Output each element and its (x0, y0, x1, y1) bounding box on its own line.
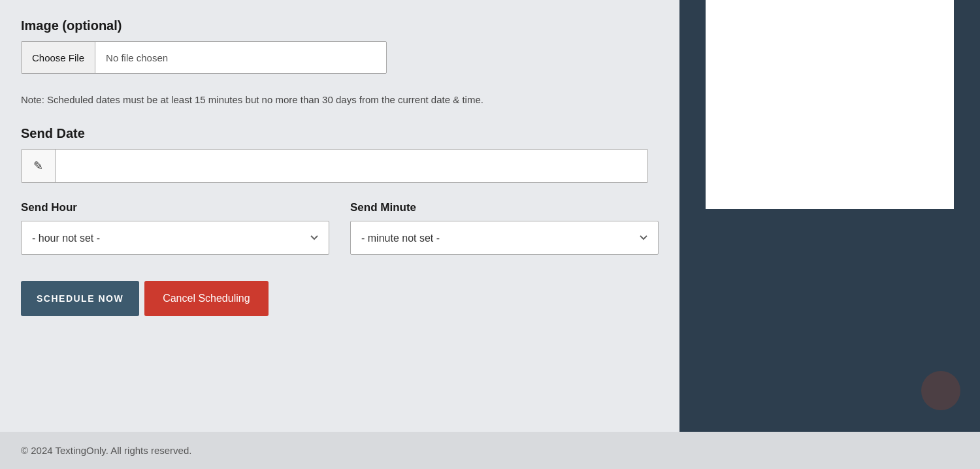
send-minute-section: Send Minute - minute not set - 00 05 10 … (350, 201, 659, 255)
choose-file-button[interactable]: Choose File (22, 42, 95, 73)
file-name-display: No file chosen (95, 52, 178, 63)
edit-icon: ✎ (33, 159, 43, 173)
footer: © 2024 TextingOnly. All rights reserved. (0, 432, 980, 469)
send-hour-label: Send Hour (21, 201, 329, 214)
action-button-row: SCHEDULE NOW Cancel Scheduling (21, 281, 659, 316)
scheduling-note: Note: Scheduled dates must be at least 1… (21, 92, 642, 108)
copyright-text: © 2024 TextingOnly. All rights reserved. (21, 445, 191, 456)
send-date-input[interactable] (56, 161, 647, 172)
main-layout: Image (optional) Choose File No file cho… (0, 0, 980, 469)
image-section: Image (optional) Choose File No file cho… (21, 18, 659, 74)
schedule-now-button[interactable]: SCHEDULE NOW (21, 281, 139, 316)
send-date-label: Send Date (21, 126, 659, 141)
phone-screen (706, 0, 954, 209)
date-input-wrapper: ✎ (21, 149, 648, 183)
image-section-label: Image (optional) (21, 18, 659, 33)
left-panel: Image (optional) Choose File No file cho… (0, 0, 679, 469)
date-edit-button[interactable]: ✎ (22, 150, 56, 182)
send-date-section: Send Date ✎ (21, 126, 659, 183)
send-hour-section: Send Hour - hour not set - 1 2 3 4 5 6 7… (21, 201, 329, 255)
send-minute-label: Send Minute (350, 201, 659, 214)
phone-home-button (921, 371, 960, 410)
right-panel (679, 0, 980, 469)
file-input-wrapper: Choose File No file chosen (21, 41, 387, 74)
send-minute-select[interactable]: - minute not set - 00 05 10 15 20 25 30 … (350, 221, 659, 255)
hour-minute-row: Send Hour - hour not set - 1 2 3 4 5 6 7… (21, 201, 659, 255)
cancel-scheduling-button[interactable]: Cancel Scheduling (144, 281, 268, 316)
send-hour-select[interactable]: - hour not set - 1 2 3 4 5 6 7 8 9 10 11… (21, 221, 329, 255)
